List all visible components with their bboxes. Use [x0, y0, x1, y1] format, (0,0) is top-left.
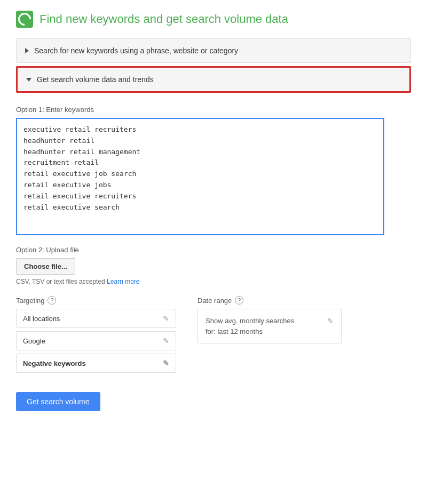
targeting-item-google[interactable]: Google ✎	[16, 331, 176, 350]
edit-date-range-icon: ✎	[327, 316, 334, 327]
date-range-section: Date range ? Show avg. monthly searches …	[197, 296, 342, 376]
two-col-section: Targeting ? All locations ✎ Google ✎ Neg…	[16, 296, 411, 376]
date-range-help-icon[interactable]: ?	[235, 296, 243, 305]
choose-file-button[interactable]: Choose file...	[16, 258, 75, 275]
edit-negative-keywords-icon: ✎	[163, 359, 169, 367]
edit-locations-icon: ✎	[163, 314, 169, 323]
file-hint: CSV, TSV or text files accepted Learn mo…	[16, 278, 411, 285]
edit-google-icon: ✎	[163, 337, 169, 345]
targeting-section: Targeting ? All locations ✎ Google ✎ Neg…	[16, 296, 176, 376]
targeting-item-locations[interactable]: All locations ✎	[16, 309, 176, 328]
accordion-label-2: Get search volume data and trends	[37, 75, 154, 84]
accordion-header-2[interactable]: Get search volume data and trends	[18, 68, 409, 91]
targeting-locations-text: All locations	[23, 315, 60, 323]
chevron-right-icon	[25, 48, 29, 53]
targeting-help-icon[interactable]: ?	[48, 296, 56, 305]
main-content: Option 1: Enter keywords executive retai…	[16, 95, 411, 417]
accordion-section-2: Get search volume data and trends	[16, 66, 411, 93]
option2-label: Option 2: Upload file	[16, 246, 411, 254]
accordion-header-1[interactable]: Search for new keywords using a phrase, …	[17, 39, 410, 62]
targeting-label: Targeting ?	[16, 296, 176, 305]
keywords-textarea[interactable]: executive retail recruiters headhunter r…	[16, 118, 384, 235]
date-range-box[interactable]: Show avg. monthly searches for: last 12 …	[197, 309, 342, 343]
learn-more-link[interactable]: Learn more	[107, 278, 139, 285]
targeting-item-negative-keywords[interactable]: Negative keywords ✎	[16, 354, 176, 373]
page-header: Find new keywords and get search volume …	[16, 11, 411, 28]
search-icon	[16, 11, 33, 28]
get-search-volume-button[interactable]: Get search volume	[16, 392, 100, 411]
date-range-label: Date range ?	[197, 296, 342, 305]
targeting-google-text: Google	[23, 337, 45, 345]
targeting-negative-keywords-text: Negative keywords	[23, 359, 86, 367]
page-title: Find new keywords and get search volume …	[39, 12, 288, 26]
accordion-label-1: Search for new keywords using a phrase, …	[34, 46, 238, 55]
chevron-down-icon	[26, 78, 31, 82]
accordion-section-1: Search for new keywords using a phrase, …	[16, 38, 411, 63]
date-range-text: Show avg. monthly searches for: last 12 …	[205, 316, 294, 337]
option1-label: Option 1: Enter keywords	[16, 106, 411, 114]
